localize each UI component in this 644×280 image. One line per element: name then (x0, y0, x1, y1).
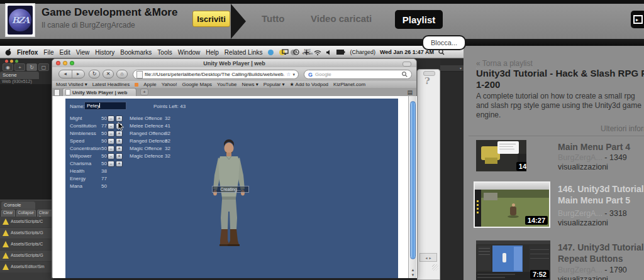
menu-view[interactable]: View (76, 49, 90, 56)
console-warning-row[interactable]: Assets/Scripts/G (0, 250, 53, 261)
video-item-title-current[interactable]: 146. Unity3d Tutorial - (558, 184, 644, 194)
search-bar[interactable]: G Google (304, 70, 412, 79)
game-view-size[interactable]: Web (930x512) (2, 79, 32, 83)
tab-list-icon[interactable]: ▤ (407, 89, 413, 95)
home-button[interactable]: ⌂ (116, 70, 128, 78)
help-window[interactable]: ? ◂▸ (417, 69, 440, 280)
url-dropdown-icon[interactable]: ▾ (292, 72, 295, 77)
scroll-right-icon[interactable]: ▸ (430, 256, 431, 260)
search-placeholder[interactable]: Google (315, 72, 399, 77)
console-warning-row[interactable]: Assets/Scripts/G (0, 228, 53, 239)
scene-view[interactable] (0, 84, 53, 200)
bookmark-popular[interactable]: Popular ▾ (264, 82, 285, 87)
panel-dropdown-icon[interactable]: ▾ (460, 66, 462, 70)
more-info-link[interactable]: Ulteriori informazioni (601, 124, 644, 133)
time-machine-icon[interactable] (293, 49, 299, 55)
tab-video-caricati[interactable]: Video caricati (311, 13, 372, 24)
channel-avatar[interactable]: BZA (5, 3, 35, 37)
address-text[interactable]: file:///Users/peterlaliberte/Desktop/The… (145, 72, 284, 77)
bookmark-star-icon[interactable]: ☆ (286, 72, 291, 77)
stat-decrease-button[interactable]: - (108, 123, 114, 129)
stat-increase-button[interactable]: + (116, 153, 123, 159)
reload-button[interactable]: ↻ (89, 70, 100, 78)
tab-playlist[interactable]: Playlist (395, 10, 443, 29)
stat-decrease-button[interactable]: - (108, 153, 114, 159)
menu-bookmarks[interactable]: Bookmarks (120, 49, 152, 56)
menu-firefox[interactable]: Firefox (17, 49, 38, 56)
menu-history[interactable]: History (95, 49, 114, 56)
active-tab[interactable]: Unity Web Player | web (62, 88, 136, 96)
stop-button[interactable]: ✕ (103, 70, 114, 78)
scale-tool-icon[interactable]: ▢ (38, 63, 49, 71)
universal-access-icon[interactable] (304, 50, 309, 55)
name-input[interactable]: Petey (84, 102, 126, 110)
resize-grip[interactable] (432, 264, 438, 271)
back-to-playlist-link[interactable]: « Torna a playlist (476, 59, 533, 68)
menu-tools[interactable]: Tools (157, 49, 172, 56)
stat-increase-button[interactable]: + (116, 161, 123, 167)
video-thumbnail[interactable]: 7:52 (476, 240, 550, 280)
unity-player-canvas[interactable]: Name: Petey Points Left: 43 Might50 -+ M… (65, 99, 398, 278)
unity-minimize-button[interactable] (10, 60, 13, 63)
menu-file[interactable]: File (43, 49, 53, 56)
video-item-title[interactable]: 147. Unity3d Tutorial - (558, 242, 644, 252)
bookmark-most-visited[interactable]: Most Visited ▾ (56, 82, 87, 87)
stat-increase-button[interactable]: + (116, 138, 123, 144)
forward-button[interactable]: ► (72, 70, 85, 78)
bookmark-kizplanet[interactable]: KizPlanet.com (333, 82, 365, 87)
scroll-down-icon[interactable]: ▼ (409, 273, 417, 277)
volume-icon[interactable] (326, 50, 332, 55)
menu-help[interactable]: Help (206, 49, 219, 56)
tab-page-icon[interactable] (54, 89, 60, 96)
bookmark-yahoo[interactable]: Yahoo! (162, 82, 177, 87)
wifi-icon[interactable] (314, 50, 321, 55)
channel-name[interactable]: BurgZergA... (558, 209, 602, 218)
unity-close-button[interactable] (5, 60, 8, 63)
console-warning-row[interactable]: Assets/Editor/Sm (0, 262, 53, 272)
bookmark-add-to-vodpod[interactable]: ★ Add to Vodpod (290, 82, 328, 87)
stat-decrease-button[interactable]: - (108, 146, 114, 152)
console-warning-row[interactable]: Assets/Scripts/C (0, 217, 53, 227)
video-thumbnail[interactable]: 14:07 (476, 140, 526, 171)
bookmark-apple[interactable]: Apple (143, 82, 156, 87)
stat-increase-button[interactable]: + (116, 146, 123, 152)
video-item-title-current[interactable]: Main Menu Part 5 (558, 195, 644, 205)
bookmark-google-maps[interactable]: Google Maps (182, 82, 213, 87)
channel-name[interactable]: BurgZergA... (558, 153, 602, 162)
menu-window[interactable]: Window (178, 49, 201, 56)
stat-decrease-button[interactable]: - (108, 138, 114, 144)
address-bar[interactable]: file:///Users/peterlaliberte/Desktop/The… (133, 70, 299, 79)
rotate-tool-icon[interactable]: ↻ (26, 63, 37, 71)
menu-edit[interactable]: Edit (59, 49, 70, 56)
scroll-up-icon[interactable]: ▲ (409, 268, 417, 272)
stat-decrease-button[interactable]: - (108, 161, 114, 167)
bookmark-latest-headlines[interactable]: Latest Headlines (92, 82, 130, 87)
page-scrollbar[interactable]: ▲ ▼ (408, 96, 416, 278)
back-button[interactable]: ◄ (59, 70, 72, 78)
channel-name[interactable]: BurgZergA... (558, 266, 602, 274)
tab-tutto[interactable]: Tutto (262, 13, 284, 24)
playlist-popout-button[interactable]: ▸ (631, 11, 644, 28)
battery-icon[interactable] (336, 50, 345, 55)
scene-tab[interactable]: Scene (0, 72, 39, 79)
bookmark-news[interactable]: News ▾ (242, 82, 258, 87)
console-tab[interactable]: Console (1, 202, 35, 209)
unity-zoom-button[interactable] (15, 60, 18, 63)
video-item-title[interactable]: Repeat Buttons (558, 254, 644, 264)
bookmark-youtube[interactable]: YouTube (217, 82, 236, 87)
menubar-app-icon-blue[interactable] (268, 50, 274, 55)
stat-decrease-button[interactable]: - (108, 116, 114, 122)
subscribe-button[interactable]: Iscriviti (192, 11, 230, 27)
displays-icon[interactable] (282, 49, 289, 55)
scroll-left-icon[interactable]: ◂ (425, 256, 427, 260)
firefox-titlebar[interactable]: Unity Web Player | web (52, 59, 416, 67)
scrollbar-thumb[interactable] (410, 101, 416, 259)
video-thumbnail-current[interactable]: 14:27 (474, 181, 550, 228)
new-tab-button[interactable]: + (140, 89, 148, 95)
console-warning-row[interactable]: Assets/Scripts/C (0, 239, 53, 250)
menu-related-links[interactable]: Related Links (225, 49, 263, 56)
video-item-title[interactable]: Main Menu Part 4 (558, 142, 644, 152)
stat-decrease-button[interactable]: - (108, 131, 114, 137)
search-magnifier-icon[interactable] (402, 72, 408, 77)
move-tool-icon[interactable]: + (14, 63, 25, 71)
